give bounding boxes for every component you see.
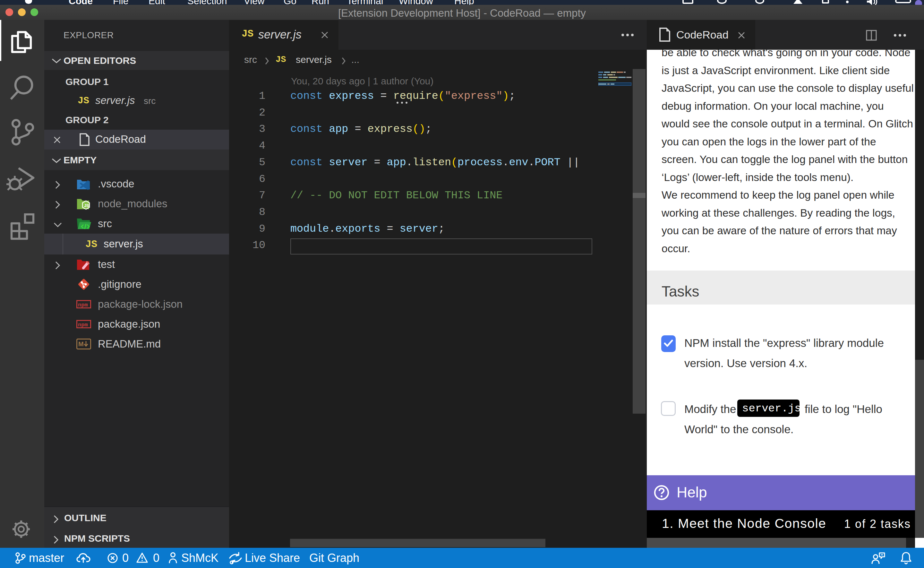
svg-text:M: M <box>78 340 84 347</box>
svg-text:npm: npm <box>78 302 88 308</box>
svg-text:npm: npm <box>78 322 88 328</box>
svg-text:JS: JS <box>84 203 89 208</box>
